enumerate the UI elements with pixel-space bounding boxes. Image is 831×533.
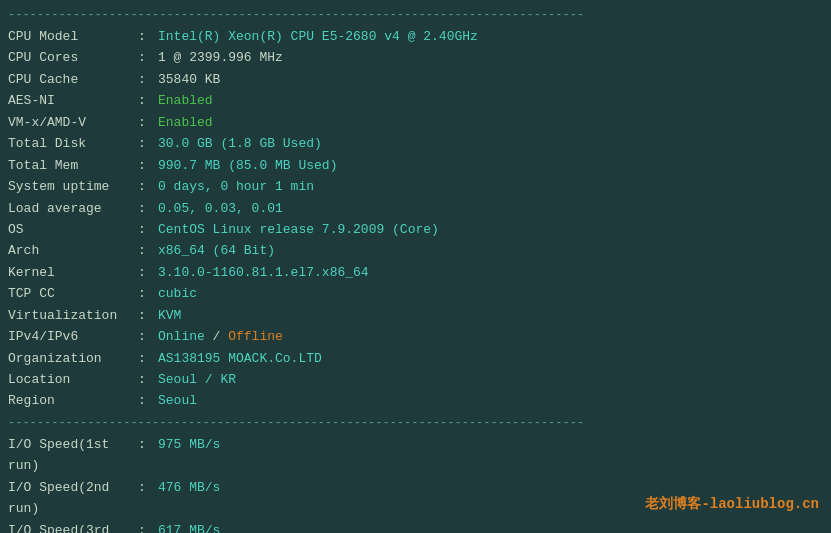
value-virtualization: KVM (158, 305, 181, 326)
colon-total-disk: : (138, 133, 158, 154)
row-cpu-cores: CPU Cores : 1 @ 2399.996 MHz (8, 47, 823, 68)
online-text: Online (158, 329, 205, 344)
colon-cpu-cache: : (138, 69, 158, 90)
watermark: 老刘博客-laoliublog.cn (645, 495, 819, 513)
label-aes-ni: AES-NI (8, 90, 138, 111)
label-os: OS (8, 219, 138, 240)
colon-cpu-cores: : (138, 47, 158, 68)
value-cpu-cache: 35840 KB (158, 69, 220, 90)
row-arch: Arch : x86_64 (64 Bit) (8, 240, 823, 261)
value-uptime: 0 days, 0 hour 1 min (158, 176, 314, 197)
offline-text: Offline (228, 329, 283, 344)
info-table: CPU Model : Intel(R) Xeon(R) CPU E5-2680… (8, 26, 823, 412)
colon-total-mem: : (138, 155, 158, 176)
value-vmx: Enabled (158, 112, 213, 133)
label-tcp-cc: TCP CC (8, 283, 138, 304)
colon-arch: : (138, 240, 158, 261)
colon-region: : (138, 390, 158, 411)
label-arch: Arch (8, 240, 138, 261)
row-load-average: Load average : 0.05, 0.03, 0.01 (8, 198, 823, 219)
value-organization: AS138195 MOACK.Co.LTD (158, 348, 322, 369)
row-virtualization: Virtualization : KVM (8, 305, 823, 326)
value-region: Seoul (158, 390, 197, 411)
value-cpu-cores: 1 @ 2399.996 MHz (158, 47, 283, 68)
value-load-average: 0.05, 0.03, 0.01 (158, 198, 283, 219)
label-total-mem: Total Mem (8, 155, 138, 176)
row-location: Location : Seoul / KR (8, 369, 823, 390)
top-divider: ----------------------------------------… (8, 8, 823, 22)
value-ipv46: Online / Offline (158, 326, 283, 347)
colon-tcp-cc: : (138, 283, 158, 304)
colon-io-1st: : (138, 434, 158, 455)
row-vmx: VM-x/AMD-V : Enabled (8, 112, 823, 133)
row-kernel: Kernel : 3.10.0-1160.81.1.el7.x86_64 (8, 262, 823, 283)
colon-ipv46: : (138, 326, 158, 347)
label-location: Location (8, 369, 138, 390)
io-table: I/O Speed(1st run) : 975 MB/s I/O Speed(… (8, 434, 823, 533)
mid-divider: ----------------------------------------… (8, 416, 823, 430)
colon-os: : (138, 219, 158, 240)
label-io-1st: I/O Speed(1st run) (8, 434, 138, 477)
value-arch: x86_64 (64 Bit) (158, 240, 275, 261)
label-total-disk: Total Disk (8, 133, 138, 154)
value-location: Seoul / KR (158, 369, 236, 390)
colon-io-3rd: : (138, 520, 158, 533)
colon-virtualization: : (138, 305, 158, 326)
value-io-2nd: 476 MB/s (158, 477, 220, 498)
colon-location: : (138, 369, 158, 390)
row-io-3rd: I/O Speed(3rd run) : 617 MB/s (8, 520, 823, 533)
colon-cpu-model: : (138, 26, 158, 47)
label-region: Region (8, 390, 138, 411)
colon-aes-ni: : (138, 90, 158, 111)
label-cpu-cache: CPU Cache (8, 69, 138, 90)
value-os: CentOS Linux release 7.9.2009 (Core) (158, 219, 439, 240)
label-io-2nd: I/O Speed(2nd run) (8, 477, 138, 520)
colon-kernel: : (138, 262, 158, 283)
value-io-3rd: 617 MB/s (158, 520, 220, 533)
value-kernel: 3.10.0-1160.81.1.el7.x86_64 (158, 262, 369, 283)
slash-text: / (205, 329, 228, 344)
row-organization: Organization : AS138195 MOACK.Co.LTD (8, 348, 823, 369)
row-ipv46: IPv4/IPv6 : Online / Offline (8, 326, 823, 347)
row-total-mem: Total Mem : 990.7 MB (85.0 MB Used) (8, 155, 823, 176)
value-io-1st: 975 MB/s (158, 434, 220, 455)
label-load-average: Load average (8, 198, 138, 219)
row-cpu-model: CPU Model : Intel(R) Xeon(R) CPU E5-2680… (8, 26, 823, 47)
label-cpu-model: CPU Model (8, 26, 138, 47)
value-aes-ni: Enabled (158, 90, 213, 111)
row-aes-ni: AES-NI : Enabled (8, 90, 823, 111)
label-kernel: Kernel (8, 262, 138, 283)
label-ipv46: IPv4/IPv6 (8, 326, 138, 347)
row-uptime: System uptime : 0 days, 0 hour 1 min (8, 176, 823, 197)
value-total-disk: 30.0 GB (1.8 GB Used) (158, 133, 322, 154)
row-region: Region : Seoul (8, 390, 823, 411)
row-os: OS : CentOS Linux release 7.9.2009 (Core… (8, 219, 823, 240)
label-vmx: VM-x/AMD-V (8, 112, 138, 133)
label-uptime: System uptime (8, 176, 138, 197)
colon-uptime: : (138, 176, 158, 197)
row-cpu-cache: CPU Cache : 35840 KB (8, 69, 823, 90)
value-cpu-model: Intel(R) Xeon(R) CPU E5-2680 v4 @ 2.40GH… (158, 26, 478, 47)
colon-vmx: : (138, 112, 158, 133)
colon-load-average: : (138, 198, 158, 219)
label-cpu-cores: CPU Cores (8, 47, 138, 68)
colon-organization: : (138, 348, 158, 369)
label-virtualization: Virtualization (8, 305, 138, 326)
row-total-disk: Total Disk : 30.0 GB (1.8 GB Used) (8, 133, 823, 154)
row-tcp-cc: TCP CC : cubic (8, 283, 823, 304)
label-io-3rd: I/O Speed(3rd run) (8, 520, 138, 533)
value-tcp-cc: cubic (158, 283, 197, 304)
colon-io-2nd: : (138, 477, 158, 498)
label-organization: Organization (8, 348, 138, 369)
value-total-mem: 990.7 MB (85.0 MB Used) (158, 155, 337, 176)
row-io-1st: I/O Speed(1st run) : 975 MB/s (8, 434, 823, 477)
